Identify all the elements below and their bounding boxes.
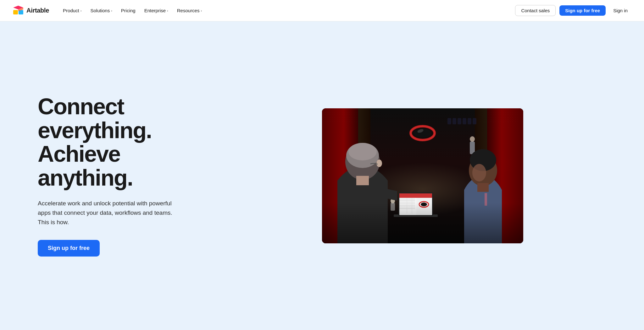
contact-sales-button[interactable]: Contact sales [515, 5, 556, 16]
product-display [408, 119, 437, 147]
product-chevron-icon: › [80, 9, 82, 13]
nav-actions: Contact sales Sign up for free Sign in [515, 5, 631, 16]
nav-signin-button[interactable]: Sign in [609, 5, 631, 16]
svg-rect-30 [399, 193, 432, 198]
nav-signup-button[interactable]: Sign up for free [559, 5, 606, 16]
svg-rect-33 [399, 202, 415, 203]
foreground-person-right-svg [455, 137, 511, 243]
svg-rect-38 [416, 198, 431, 215]
svg-rect-17 [452, 118, 456, 124]
svg-rect-34 [399, 203, 415, 204]
solutions-chevron-icon: › [111, 9, 112, 13]
nav-links: Product › Solutions › Pricing Enterprise… [59, 5, 515, 16]
product-ring-icon [408, 119, 437, 147]
svg-point-25 [376, 160, 382, 167]
background-seats-svg [447, 115, 479, 127]
hero-signup-button[interactable]: Sign up for free [38, 240, 100, 257]
hero-content: Connect everything. Achieve anything. Ac… [38, 95, 201, 257]
resources-chevron-icon: › [201, 9, 202, 13]
svg-rect-36 [399, 207, 415, 207]
hero-section: Connect everything. Achieve anything. Ac… [0, 21, 644, 330]
airtable-logo-icon [13, 5, 24, 16]
hero-image-area [226, 108, 619, 243]
nav-enterprise[interactable]: Enterprise › [141, 5, 172, 16]
svg-point-40 [421, 203, 427, 206]
svg-rect-21 [473, 118, 476, 124]
logo-link[interactable]: Airtable [13, 5, 49, 16]
svg-rect-0 [13, 10, 18, 14]
enterprise-chevron-icon: › [167, 9, 168, 13]
brand-name: Airtable [26, 7, 49, 14]
svg-rect-16 [447, 118, 451, 124]
navbar: Airtable Product › Solutions › Pricing E… [0, 0, 644, 21]
svg-rect-20 [468, 118, 471, 124]
svg-rect-26 [356, 176, 369, 185]
svg-point-45 [472, 164, 486, 181]
svg-rect-37 [399, 208, 415, 209]
svg-rect-18 [458, 118, 461, 124]
laptop-svg [391, 189, 441, 227]
svg-rect-31 [399, 199, 415, 199]
svg-rect-47 [485, 193, 487, 206]
nav-solutions[interactable]: Solutions › [86, 5, 116, 16]
nav-product[interactable]: Product › [59, 5, 85, 16]
svg-rect-35 [399, 205, 415, 206]
svg-rect-46 [477, 183, 489, 192]
foreground-person-left-svg [328, 124, 397, 243]
svg-rect-19 [463, 118, 466, 124]
theatre-scene [322, 108, 523, 243]
hero-subtext: Accelerate work and unlock potential wit… [38, 199, 176, 227]
svg-point-24 [348, 143, 377, 160]
nav-resources[interactable]: Resources › [173, 5, 206, 16]
hero-headline: Connect everything. Achieve anything. [38, 95, 201, 190]
svg-rect-32 [399, 200, 415, 201]
hero-image [322, 108, 523, 243]
nav-pricing[interactable]: Pricing [117, 5, 139, 16]
